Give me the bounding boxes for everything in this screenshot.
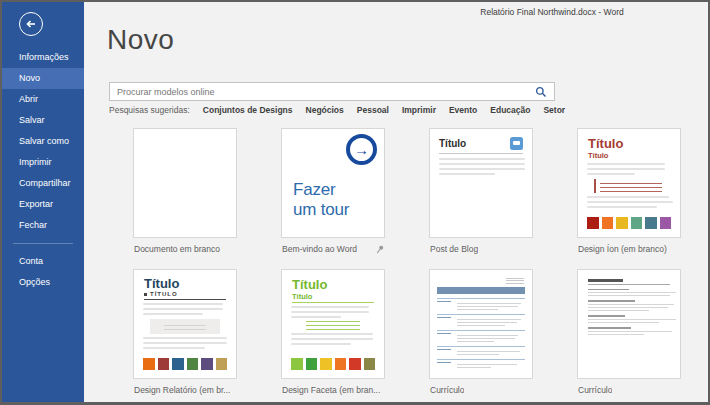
tour-arrow-icon: [346, 134, 377, 165]
template-thumbnail-resume-blue[interactable]: [429, 269, 533, 379]
suggestions-label: Pesquisas sugeridas:: [109, 105, 190, 115]
thumb-subtitle: Título: [292, 292, 384, 301]
theme-color-swatches: [291, 358, 375, 370]
suggestion-setor[interactable]: Setor: [543, 105, 565, 115]
template-thumbnail-tour[interactable]: Fazer um tour: [281, 128, 385, 238]
template-bem-vindo-ao-word: Fazer um tour Bem-vindo ao Word: [281, 128, 385, 254]
suggestion-negocios[interactable]: Negócios: [306, 105, 344, 115]
thumb-subtitle-row: TÍTULO: [144, 291, 226, 300]
template-documento-em-branco: Documento em branco: [133, 128, 237, 254]
suggestion-evento[interactable]: Evento: [449, 105, 477, 115]
sidebar-divider: [13, 243, 73, 244]
backstage-sidebar: Informações Novo Abrir Salvar Salvar com…: [2, 2, 84, 402]
template-design-faceta: Título Título Design Faceta (em bran...: [281, 269, 385, 395]
sidebar-item-exportar[interactable]: Exportar: [2, 194, 84, 215]
back-button[interactable]: [19, 12, 43, 36]
suggestion-educacao[interactable]: Educação: [490, 105, 530, 115]
ion-quote-block: [594, 179, 662, 193]
template-thumbnail-blank[interactable]: [133, 128, 237, 238]
thumb-title: Título: [439, 138, 466, 149]
template-curriculo-2: Currículo: [577, 269, 681, 395]
resume-name-line: [588, 279, 623, 282]
sidebar-item-salvar-como[interactable]: Salvar como: [2, 131, 84, 152]
report-table-placeholder: [150, 319, 220, 334]
template-label: Design Faceta (em bran...: [282, 385, 380, 395]
thumb-title: Título: [144, 276, 236, 291]
template-label: Design Íon (em branco): [578, 244, 667, 254]
search-icon: [535, 86, 547, 98]
suggested-searches: Pesquisas sugeridas: Conjuntos de Design…: [109, 105, 565, 115]
sidebar-item-imprimir[interactable]: Imprimir: [2, 152, 84, 173]
page-title: Novo: [107, 24, 174, 56]
template-thumbnail-blog[interactable]: Título: [429, 128, 533, 238]
template-thumbnail-resume-plain[interactable]: [577, 269, 681, 379]
thumb-subtitle: Título: [588, 151, 680, 160]
backstage-menu: Informações Novo Abrir Salvar Salvar com…: [2, 47, 84, 293]
suggestion-pessoal[interactable]: Pessoal: [357, 105, 389, 115]
sidebar-item-opcoes[interactable]: Opções: [2, 272, 84, 293]
template-thumbnail-report[interactable]: Título TÍTULO: [133, 269, 237, 379]
template-design-ion: Título Título Design Íon (em branco): [577, 128, 681, 254]
template-thumbnail-faceta[interactable]: Título Título: [281, 269, 385, 379]
back-arrow-icon: [25, 18, 37, 30]
template-label: Currículo: [430, 385, 464, 395]
search-box: [109, 82, 555, 101]
theme-color-swatches: [143, 358, 227, 370]
template-gallery: Documento em branco Fazer um tour Bem-vi…: [133, 128, 681, 395]
thumb-title: Título: [292, 277, 384, 292]
sidebar-item-informacoes[interactable]: Informações: [2, 47, 84, 68]
template-label: Design Relatório (em br...: [134, 385, 230, 395]
suggestion-conjuntos-de-designs[interactable]: Conjuntos de Designs: [203, 105, 293, 115]
search-input[interactable]: [110, 87, 528, 97]
sidebar-item-novo[interactable]: Novo: [2, 68, 84, 89]
sidebar-item-fechar[interactable]: Fechar: [2, 215, 84, 236]
template-thumbnail-ion[interactable]: Título Título: [577, 128, 681, 238]
backstage-content: Novo Pesquisas sugeridas: Conjuntos de D…: [84, 2, 708, 402]
search-button[interactable]: [528, 83, 554, 100]
sidebar-item-compartilhar[interactable]: Compartilhar: [2, 173, 84, 194]
blog-comment-icon: [510, 137, 523, 150]
sidebar-item-salvar[interactable]: Salvar: [2, 110, 84, 131]
thumb-title: Título: [588, 136, 680, 151]
sidebar-item-abrir[interactable]: Abrir: [2, 89, 84, 110]
template-label: Bem-vindo ao Word: [282, 244, 357, 254]
word-backstage-window: Relatório Final Northwind.docx - Word In…: [0, 0, 710, 405]
sidebar-item-conta[interactable]: Conta: [2, 251, 84, 272]
template-post-de-blog: Título Post de Blog: [429, 128, 533, 254]
tour-text: Fazer um tour: [293, 180, 349, 220]
resume-header-band: [437, 287, 525, 294]
theme-color-swatches: [587, 217, 671, 229]
template-label: Currículo: [578, 385, 612, 395]
template-label: Documento em branco: [134, 244, 220, 254]
template-design-relatorio: Título TÍTULO: [133, 269, 237, 395]
pin-icon[interactable]: [376, 245, 384, 254]
suggestion-imprimir[interactable]: Imprimir: [402, 105, 436, 115]
template-curriculo-1: Currículo: [429, 269, 533, 395]
template-label: Post de Blog: [430, 244, 478, 254]
